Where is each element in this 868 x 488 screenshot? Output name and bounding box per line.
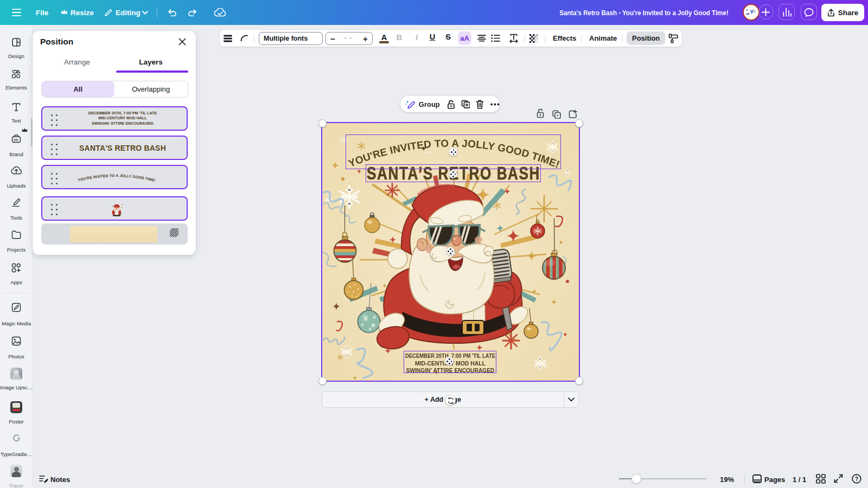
svg-text:co: co — [14, 138, 18, 142]
svg-text:?: ? — [855, 476, 858, 482]
svg-text:YOU'RE INVITED TO A JOLLY GOOD: YOU'RE INVITED TO A JOLLY GOOD TIME! — [78, 174, 156, 182]
svg-text:SWINGIN' ATTIRE ENCOURAGED: SWINGIN' ATTIRE ENCOURAGED — [406, 367, 495, 374]
